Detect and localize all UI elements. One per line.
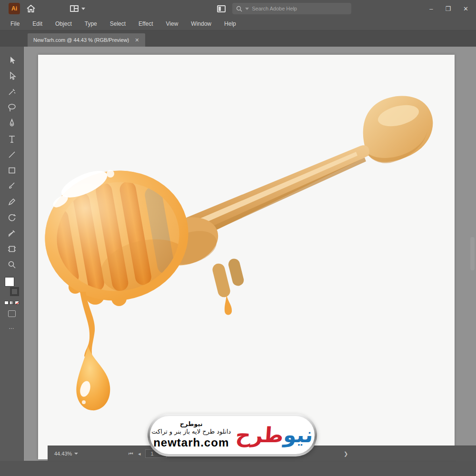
none-button[interactable] (15, 301, 19, 305)
menu-view[interactable]: View (166, 20, 178, 27)
artboard-number: 1 (150, 451, 153, 456)
rectangle-tool[interactable] (4, 162, 20, 178)
watermark-inner: نیوطرح دانلود طرح لایه باز بنر و تراکت n… (150, 416, 315, 454)
tools-panel: … (0, 47, 24, 461)
chevron-right-icon: ❯ (344, 451, 348, 457)
newtarh-logo: نیوطرح (235, 425, 314, 446)
zoom-level-control[interactable]: 44.43% (54, 446, 78, 461)
menu-help[interactable]: Help (224, 20, 236, 27)
logo-blue-part: نیو (283, 423, 314, 447)
document-tab-bar: NewTarh.com @ 44.43 % (RGB/Preview) ✕ (0, 30, 476, 47)
workspace-switcher[interactable] (69, 5, 85, 12)
direct-selection-tool[interactable] (4, 68, 20, 84)
lasso-tool[interactable] (4, 99, 20, 115)
magic-wand-tool[interactable] (4, 84, 20, 99)
rotate-tool[interactable] (4, 209, 20, 225)
help-search[interactable] (232, 3, 351, 14)
watermark-brand-fa: نیوطرح (151, 420, 231, 428)
paintbrush-tool[interactable] (4, 178, 20, 194)
main-area: … (0, 47, 476, 461)
chevron-down-icon (81, 8, 85, 10)
zoom-level-value: 44.43% (54, 451, 72, 456)
status-expand-icon[interactable]: ❯ (344, 446, 348, 461)
menu-bar: File Edit Object Type Select Effect View… (0, 17, 476, 30)
menu-file[interactable]: File (10, 20, 20, 27)
type-tool[interactable] (4, 131, 20, 147)
color-button[interactable] (4, 301, 9, 305)
logo-red-part: طرح (235, 423, 284, 447)
search-scope-caret-icon (245, 8, 249, 10)
vertical-scrollbar[interactable] (470, 237, 475, 270)
artboard[interactable] (38, 55, 455, 459)
tab-close-icon[interactable]: ✕ (135, 37, 139, 43)
stroke-swatch[interactable] (10, 287, 19, 296)
gradient-button[interactable] (10, 301, 14, 305)
watermark-text: نیوطرح دانلود طرح لایه باز بنر و تراکت n… (151, 420, 231, 450)
first-artboard-icon[interactable]: ⏮ (129, 451, 133, 457)
selection-tool[interactable] (4, 52, 20, 68)
title-bar: Ai – ❐ ✕ (0, 0, 476, 17)
zoom-tool[interactable] (4, 257, 20, 272)
menu-edit[interactable]: Edit (32, 20, 42, 27)
home-icon[interactable] (27, 5, 35, 12)
color-type-buttons (4, 301, 19, 305)
pen-tool[interactable] (4, 115, 20, 131)
menu-window[interactable]: Window (191, 20, 211, 27)
menu-select[interactable]: Select (110, 20, 126, 27)
watermark-badge: نیوطرح دانلود طرح لایه باز بنر و تراکت n… (148, 414, 317, 456)
pencil-tool[interactable] (4, 194, 20, 209)
zoom-caret-icon (74, 453, 78, 455)
fill-swatch[interactable] (5, 277, 14, 287)
document-arrange-icon[interactable] (217, 5, 226, 12)
window-controls: – ❐ ✕ (429, 6, 468, 12)
document-title: NewTarh.com @ 44.43 % (RGB/Preview) (33, 37, 129, 43)
artboard-tool[interactable] (4, 241, 20, 257)
draw-mode-button[interactable] (8, 310, 16, 317)
line-segment-tool[interactable] (4, 147, 20, 162)
search-input[interactable] (252, 6, 337, 11)
document-tab[interactable]: NewTarh.com @ 44.43 % (RGB/Preview) ✕ (28, 33, 145, 47)
menu-object[interactable]: Object (55, 20, 72, 27)
menu-effect[interactable]: Effect (139, 20, 153, 27)
menu-type[interactable]: Type (85, 20, 97, 27)
watermark-tagline-fa: دانلود طرح لایه باز بنر و تراکت (151, 428, 231, 436)
eyedropper-tool[interactable] (4, 225, 20, 241)
honey-dipper-illustration (38, 55, 455, 459)
edit-toolbar-button[interactable]: … (9, 324, 15, 330)
watermark-domain: newtarh.com (151, 436, 231, 450)
maximize-button[interactable]: ❐ (445, 6, 451, 12)
fill-stroke-swatches[interactable] (4, 277, 20, 296)
search-icon (236, 6, 242, 12)
close-button[interactable]: ✕ (463, 6, 468, 12)
prev-artboard-icon[interactable]: ◂ (138, 451, 141, 457)
illustrator-logo-icon: Ai (9, 3, 20, 14)
minimize-button[interactable]: – (429, 6, 433, 12)
pasteboard: نیوطرح دانلود طرح لایه باز بنر و تراکت n… (24, 47, 476, 461)
